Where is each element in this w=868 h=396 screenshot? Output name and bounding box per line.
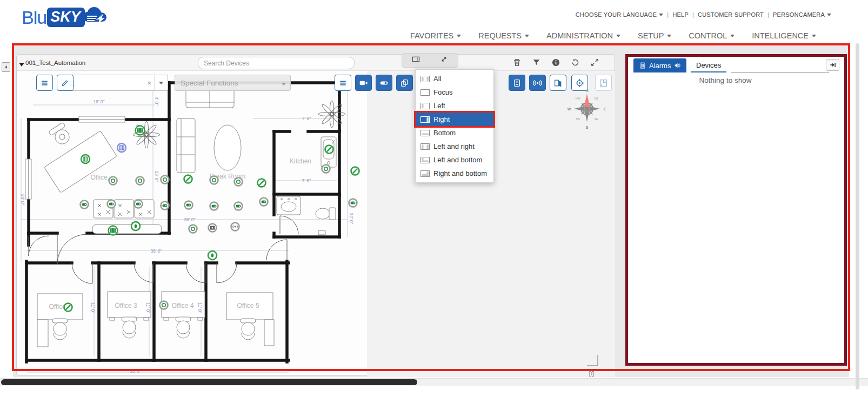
pencil-button[interactable] <box>57 75 74 91</box>
layout-option-left-and-right[interactable]: Left and right <box>416 140 493 153</box>
device-reader-icon[interactable] <box>260 198 268 206</box>
tab-alarms[interactable]: Alarms <box>633 58 686 72</box>
device-motion-icon[interactable] <box>322 165 330 173</box>
trash-button[interactable] <box>512 58 522 67</box>
menu-button[interactable] <box>36 75 53 91</box>
device-reader-icon[interactable] <box>135 200 143 208</box>
floorplan-drawing[interactable]: NESWNESESWNW OfficeBreak RoomKitchenOffi… <box>17 71 615 377</box>
device-grid-green-icon[interactable] <box>81 155 90 163</box>
device-motion-icon[interactable] <box>136 177 144 185</box>
nav-item-requests[interactable]: REQUESTS <box>478 31 529 40</box>
device-cam-dark-icon[interactable] <box>209 224 217 232</box>
device-slash-icon[interactable] <box>351 167 359 175</box>
panel-arrow-button[interactable] <box>826 59 839 71</box>
floorplan-panel: NESWNESESWNW OfficeBreak RoomKitchenOffi… <box>16 54 615 375</box>
arrow-right-icon <box>829 61 837 69</box>
dimension-label: 7' 6" <box>302 116 311 121</box>
utility-nav-customer-support[interactable]: CUSTOMER SUPPORT <box>698 11 764 18</box>
layout-right-button[interactable] <box>411 55 420 65</box>
room-label: Office 3 <box>115 302 137 309</box>
panel-collapse-caret-icon[interactable] <box>19 63 24 67</box>
signal-button[interactable] <box>529 75 546 91</box>
nav-item-setup[interactable]: SETUP <box>638 31 671 40</box>
scroll-up-icon[interactable]: [↑] <box>589 371 593 377</box>
caret-down-icon <box>616 35 620 37</box>
copy-button[interactable] <box>396 75 413 91</box>
plant-kitchen <box>318 101 345 128</box>
device-cam-green-icon[interactable] <box>136 126 145 135</box>
layout-option-left-and-bottom[interactable]: Left and bottom <box>416 153 493 167</box>
filter-button[interactable] <box>532 58 541 67</box>
nav-item-administration[interactable]: ADMINISTRATION <box>546 31 620 40</box>
device-motion-icon[interactable] <box>160 301 168 309</box>
plan-header-icons <box>512 58 599 67</box>
room-label: Kitchen <box>290 157 311 165</box>
device-dot-green-icon[interactable] <box>208 251 217 260</box>
device-motion-icon[interactable] <box>109 177 117 185</box>
dimension-label: 28' 0" <box>20 194 25 205</box>
camera-button[interactable] <box>355 75 372 91</box>
device-slash-icon[interactable] <box>64 303 72 312</box>
resize-button[interactable] <box>439 55 449 65</box>
device-grid-purple-icon[interactable] <box>117 143 126 152</box>
device-reader-icon[interactable] <box>349 199 357 207</box>
collapse-left-button[interactable] <box>2 62 10 72</box>
info-button[interactable] <box>551 58 560 67</box>
device-reader-icon[interactable] <box>161 202 169 210</box>
device-motion-icon[interactable] <box>189 225 197 233</box>
layout-option-left[interactable]: Left <box>416 99 493 113</box>
menu-button[interactable] <box>335 75 351 91</box>
svg-text:NW: NW <box>576 97 580 100</box>
device-slash-icon[interactable] <box>325 146 333 154</box>
device-motion-icon[interactable] <box>210 176 218 184</box>
nav-item-intelligence[interactable]: INTELLIGENCE <box>752 31 816 40</box>
floorplan-icon <box>599 78 608 88</box>
zoom-select[interactable]: Fit × <box>61 75 168 91</box>
device-signal-icon[interactable] <box>231 223 239 231</box>
speaker-icon <box>673 62 681 69</box>
reader-button[interactable] <box>509 75 525 91</box>
nav-item-favorites[interactable]: FAVORITES <box>410 31 461 40</box>
device-reader-icon[interactable] <box>210 202 218 210</box>
special-functions-select[interactable]: Special Functions <box>175 75 291 91</box>
empty-message: Nothing to show <box>628 76 823 84</box>
zoom-caret-icon[interactable] <box>154 75 168 90</box>
door-button[interactable] <box>550 75 566 91</box>
search-devices-input[interactable] <box>198 57 355 69</box>
device-reader-icon[interactable] <box>81 201 89 209</box>
device-reader-icon[interactable] <box>235 202 243 210</box>
room-label: Office 5 <box>237 302 259 309</box>
tab-devices[interactable]: Devices <box>691 58 726 72</box>
device-slash-icon[interactable] <box>184 175 192 183</box>
device-motion-icon[interactable] <box>161 176 169 184</box>
target-button[interactable] <box>571 75 588 91</box>
menu-icon <box>338 78 348 88</box>
layout-option-right-and-bottom[interactable]: Right and bottom <box>416 167 493 180</box>
layout-option-focus[interactable]: Focus <box>416 85 493 99</box>
clear-zoom-icon[interactable]: × <box>147 79 151 87</box>
layout-glyph-icon <box>420 116 430 123</box>
floorplan-title[interactable]: 001_Test_Automation <box>25 60 85 66</box>
caret-down-icon <box>457 35 461 37</box>
horizontal-scrollbar-thumb[interactable] <box>1 379 417 385</box>
utility-nav-choose-your-language[interactable]: CHOOSE YOUR LANGUAGE <box>576 11 664 18</box>
utility-nav-personcamera[interactable]: PERSONCAMERA <box>773 11 831 18</box>
separator: | <box>692 11 694 18</box>
toggle-button[interactable] <box>376 75 392 91</box>
vertical-scrollbar[interactable] <box>856 43 859 390</box>
utility-nav-help[interactable]: HELP <box>672 11 689 18</box>
device-reader-icon[interactable] <box>185 201 193 209</box>
layout-option-right[interactable]: Right <box>416 113 493 126</box>
device-slash-icon[interactable] <box>258 179 266 187</box>
device-dot-green-icon[interactable] <box>131 222 140 230</box>
layout-option-all[interactable]: All <box>416 72 493 85</box>
blusky-logo[interactable]: Blu SKY <box>22 5 112 29</box>
device-reader-icon[interactable] <box>108 200 116 208</box>
device-cam-green-icon[interactable] <box>109 226 118 235</box>
floorplan-button[interactable] <box>595 75 612 91</box>
nav-item-control[interactable]: CONTROL <box>689 31 735 40</box>
refresh-button[interactable] <box>571 58 580 67</box>
layout-option-bottom[interactable]: Bottom <box>416 126 493 140</box>
device-motion-icon[interactable] <box>235 178 243 186</box>
expand-button[interactable] <box>590 58 599 67</box>
